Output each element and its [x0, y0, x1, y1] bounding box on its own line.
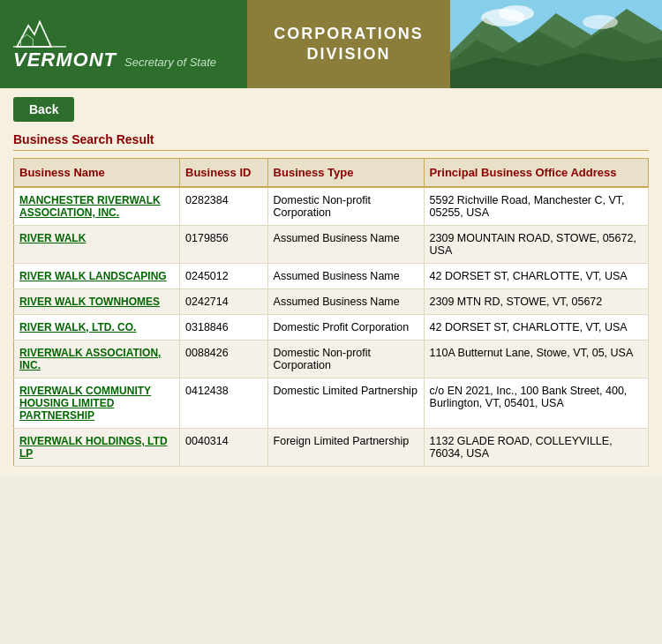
svg-marker-0: [17, 21, 51, 46]
mountain-icon: [13, 18, 66, 49]
business-name-link[interactable]: RIVERWALK ASSOCIATION, INC.: [19, 347, 161, 371]
table-row: RIVER WALK0179856Assumed Business Name23…: [14, 226, 649, 264]
vermont-logo: VERMONT Secretary of State: [13, 18, 216, 71]
table-row: RIVERWALK ASSOCIATION, INC.0088426Domest…: [14, 341, 649, 378]
col-header-addr: Principal Business Office Address: [424, 159, 648, 188]
business-address: 2309 MTN RD, STOWE, VT, 05672: [424, 289, 648, 315]
back-button[interactable]: Back: [13, 97, 74, 122]
business-id: 0282384: [180, 187, 268, 226]
business-name-link[interactable]: RIVER WALK: [19, 232, 86, 244]
business-type: Assumed Business Name: [267, 289, 424, 315]
business-id: 0179856: [180, 226, 268, 264]
secretary-label: Secretary of State: [124, 56, 216, 69]
col-header-id: Business ID: [180, 159, 268, 188]
svg-point-9: [583, 15, 618, 29]
business-name-link[interactable]: RIVER WALK, LTD. CO.: [19, 321, 136, 333]
business-address: 42 DORSET ST, CHARLOTTE, VT, USA: [424, 264, 648, 289]
business-id: 0242714: [180, 289, 268, 315]
corps-division-banner: CORPORATIONS DIVISION: [247, 0, 450, 88]
results-table: Business Name Business ID Business Type …: [13, 158, 649, 467]
table-row: RIVER WALK, LTD. CO.0318846Domestic Prof…: [14, 315, 649, 341]
business-name-link[interactable]: RIVER WALK LANDSCAPING: [19, 270, 167, 282]
business-id: 0088426: [180, 341, 268, 378]
business-type: Assumed Business Name: [267, 226, 424, 264]
business-type: Foreign Limited Partnership: [267, 429, 424, 467]
vermont-branding: VERMONT Secretary of State: [0, 0, 247, 88]
col-header-type: Business Type: [267, 159, 424, 188]
business-id: 0245012: [180, 264, 268, 289]
table-header-row: Business Name Business ID Business Type …: [14, 159, 649, 188]
business-name-link[interactable]: RIVER WALK TOWNHOMES: [19, 296, 160, 308]
business-type: Domestic Profit Corporation: [267, 315, 424, 341]
page-header: VERMONT Secretary of State CORPORATIONS …: [0, 0, 662, 88]
page-content: Back Business Search Result Business Nam…: [0, 88, 662, 476]
business-type: Domestic Non-profit Corporation: [267, 341, 424, 378]
col-header-name: Business Name: [14, 159, 180, 188]
business-name-link[interactable]: MANCHESTER RIVERWALK ASSOCIATION, INC.: [19, 194, 161, 219]
business-id: 0318846: [180, 315, 268, 341]
table-row: RIVERWALK COMMUNITY HOUSING LIMITED PART…: [14, 378, 649, 429]
business-name-link[interactable]: RIVERWALK HOLDINGS, LTD LP: [19, 435, 168, 460]
business-address: c/o EN 2021, Inc., 100 Bank Street, 400,…: [424, 378, 648, 429]
business-type: Assumed Business Name: [267, 264, 424, 289]
landscape-image: [450, 0, 662, 88]
corps-title: CORPORATIONS DIVISION: [256, 24, 441, 65]
business-id: 0412438: [180, 378, 268, 429]
table-row: MANCHESTER RIVERWALK ASSOCIATION, INC.02…: [14, 187, 649, 226]
business-type: Domestic Non-profit Corporation: [267, 187, 424, 226]
table-row: RIVER WALK LANDSCAPING0245012Assumed Bus…: [14, 264, 649, 289]
business-address: 2309 MOUNTAIN ROAD, STOWE, 05672, USA: [424, 226, 648, 264]
business-address: 1132 GLADE ROAD, COLLEYVILLE, 76034, USA: [424, 429, 648, 467]
business-type: Domestic Limited Partnership: [267, 378, 424, 429]
business-address: 42 DORSET ST, CHARLOTTE, VT, USA: [424, 315, 648, 341]
landscape-svg: [450, 0, 662, 88]
business-address: 110A Butternut Lane, Stowe, VT, 05, USA: [424, 341, 648, 378]
vermont-label: VERMONT: [13, 49, 117, 71]
table-row: RIVERWALK HOLDINGS, LTD LP0040314Foreign…: [14, 429, 649, 467]
business-name-link[interactable]: RIVERWALK COMMUNITY HOUSING LIMITED PART…: [19, 385, 151, 422]
table-row: RIVER WALK TOWNHOMES0242714Assumed Busin…: [14, 289, 649, 315]
svg-point-8: [499, 5, 534, 21]
business-address: 5592 Richville Road, Manchester C, VT, 0…: [424, 187, 648, 226]
business-id: 0040314: [180, 429, 268, 467]
section-title: Business Search Result: [13, 132, 649, 151]
